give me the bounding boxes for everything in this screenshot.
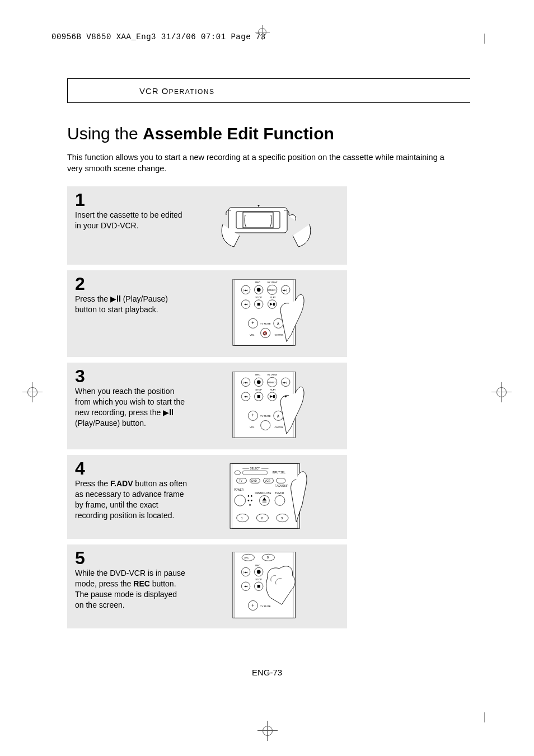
svg-text:3: 3 <box>280 516 283 520</box>
svg-text:DVD: DVD <box>251 480 256 482</box>
title-prefix: Using the <box>67 124 143 143</box>
registration-mark <box>22 382 43 402</box>
svg-text:▶▶|: ▶▶| <box>283 381 287 383</box>
step-text: While the DVD-VCR is in pause mode, pres… <box>75 568 187 611</box>
section-label: VCR OPERATIONS <box>139 86 214 96</box>
svg-text:+: + <box>251 603 254 608</box>
svg-text:REC: REC <box>255 373 260 375</box>
svg-point-62 <box>260 420 270 430</box>
step-3: 3 When you reach the position from which… <box>67 363 347 449</box>
svg-point-111 <box>256 570 260 574</box>
svg-text:OPEN/CLOSE: OPEN/CLOSE <box>255 492 271 495</box>
svg-text:|◀◀: |◀◀ <box>243 381 247 383</box>
print-metadata: 00956B V8650 XAA_Eng3 31/3/06 07:01 Page… <box>51 32 266 41</box>
title-main: Assemble Edit Function <box>143 124 334 143</box>
crop-mark <box>255 25 270 40</box>
step-5: 5 While the DVD-VCR is in pause mode, pr… <box>67 544 347 628</box>
play-pause-icon: ▶ll <box>163 408 174 417</box>
step-number: 5 <box>75 549 187 567</box>
svg-text:REC: REC <box>255 564 260 567</box>
svg-text:EZ VIEW: EZ VIEW <box>267 373 278 375</box>
svg-point-85 <box>235 495 246 506</box>
svg-point-92 <box>247 500 249 501</box>
svg-point-91 <box>250 495 252 497</box>
svg-text:TV MUTE: TV MUTE <box>260 605 270 608</box>
svg-marker-2 <box>243 212 273 228</box>
registration-mark <box>257 721 278 741</box>
svg-text:∧: ∧ <box>276 414 279 419</box>
step-1: 1 Insert the cassette to be edited in yo… <box>67 186 347 265</box>
svg-point-65 <box>284 395 286 397</box>
svg-point-93 <box>250 500 252 501</box>
svg-text:2: 2 <box>261 516 263 520</box>
step-4: 4 Press the F.ADV button as often as nec… <box>67 455 347 539</box>
svg-text:TV/VCR: TV/VCR <box>275 492 284 495</box>
svg-text:TV: TV <box>239 480 242 482</box>
svg-point-90 <box>247 495 249 497</box>
step-number: 4 <box>75 459 187 477</box>
svg-text:SPEED: SPEED <box>267 381 275 383</box>
svg-text:PLAY: PLAY <box>269 296 275 299</box>
svg-text:INPUT SEL.: INPUT SEL. <box>272 472 285 475</box>
svg-rect-21 <box>257 303 260 306</box>
svg-point-9 <box>256 288 260 292</box>
svg-point-40 <box>256 380 260 384</box>
svg-text:🔇: 🔇 <box>263 330 268 335</box>
page-body: VCR OPERATIONS Using the Assemble Edit F… <box>67 78 470 634</box>
svg-text:CH/TRK: CH/TRK <box>274 334 283 336</box>
svg-marker-3 <box>257 205 260 207</box>
svg-text:∧: ∧ <box>276 321 279 326</box>
svg-text:STOP: STOP <box>255 388 262 391</box>
svg-text:SPEED: SPEED <box>267 288 275 291</box>
svg-rect-52 <box>257 395 260 398</box>
svg-text:VOL: VOL <box>249 334 254 336</box>
svg-point-71 <box>235 471 241 475</box>
step-text: When you reach the position from which y… <box>75 386 187 429</box>
svg-rect-24 <box>273 303 273 306</box>
svg-text:STOP: STOP <box>255 296 262 299</box>
intro-paragraph: This function allows you to start a new … <box>67 152 459 174</box>
page-number: ENG-73 <box>0 668 534 677</box>
svg-rect-72 <box>242 471 267 475</box>
svg-text:STOP: STOP <box>255 579 262 581</box>
svg-text:VCR: VCR <box>265 480 270 482</box>
step-text: Insert the cassette to be edited in your… <box>75 210 187 231</box>
trim-line <box>484 34 485 44</box>
cassette-insert-illustration <box>217 191 315 258</box>
steps-container: 1 Insert the cassette to be edited in yo… <box>67 186 347 628</box>
step-text: Press the F.ADV button as often as neces… <box>75 478 187 521</box>
section-header: VCR OPERATIONS <box>67 78 470 103</box>
svg-rect-116 <box>257 585 260 588</box>
svg-text:1: 1 <box>241 516 243 520</box>
step-2: 2 Press the ▶ll (Play/Pause) button to s… <box>67 270 347 357</box>
remote-pause-illustration: |◀◀ REC SPEED EZ VIEW ▶▶| STOP PLAY ◀◀ +… <box>217 372 315 439</box>
svg-text:+: + <box>251 412 254 418</box>
svg-text:|◀◀: |◀◀ <box>243 571 247 574</box>
svg-point-94 <box>249 504 251 506</box>
svg-rect-80 <box>276 478 285 483</box>
svg-point-89 <box>275 496 285 506</box>
svg-text:SELECT: SELECT <box>250 467 260 470</box>
svg-text:▶▶|: ▶▶| <box>283 288 287 291</box>
svg-text:◀◀: ◀◀ <box>243 395 247 398</box>
svg-text:POWER: POWER <box>234 489 243 491</box>
remote-rec-illustration: 100+ 0 REC |◀◀ STOP ◀◀ ▶▶ + TV MUTE <box>217 552 315 619</box>
page-title: Using the Assemble Edit Function <box>67 124 470 143</box>
remote-fadv-illustration: SELECT INPUT SEL. TV DVD VCR F.ADV/SKIP … <box>217 462 315 529</box>
svg-text:+: + <box>251 320 254 326</box>
svg-text:F.ADV/SKIP: F.ADV/SKIP <box>275 485 288 488</box>
svg-text:100+: 100+ <box>243 556 249 559</box>
svg-text:◀◀: ◀◀ <box>243 303 247 306</box>
registration-mark <box>491 382 512 402</box>
step-number: 2 <box>75 275 187 293</box>
svg-text:◀◀: ◀◀ <box>243 585 247 588</box>
svg-text:EZ VIEW: EZ VIEW <box>267 280 278 283</box>
trim-line <box>484 712 485 722</box>
svg-rect-56 <box>274 395 275 398</box>
svg-text:|◀◀: |◀◀ <box>243 288 247 291</box>
svg-point-86 <box>259 496 269 506</box>
svg-rect-55 <box>273 395 273 398</box>
step-text: Press the ▶ll (Play/Pause) button to sta… <box>75 294 187 315</box>
svg-text:PLAY: PLAY <box>269 388 275 391</box>
svg-text:TV MUTE: TV MUTE <box>260 322 270 325</box>
